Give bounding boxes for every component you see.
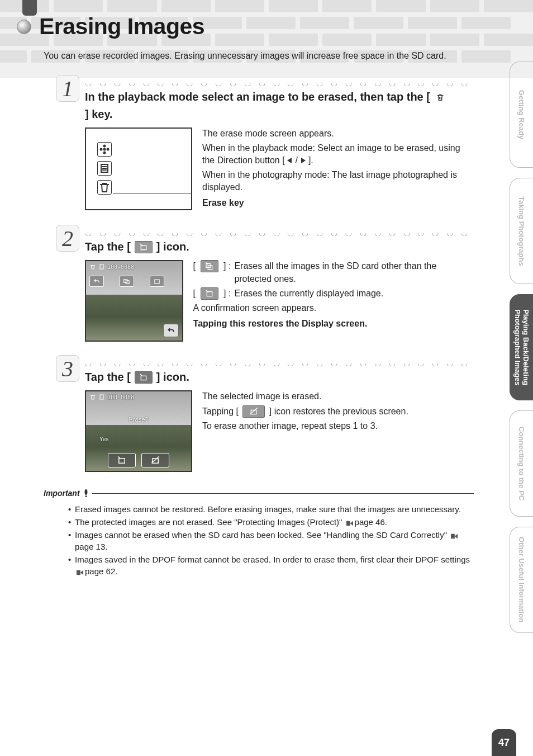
side-tab-taking-photographs[interactable]: Taking Photographs — [510, 178, 533, 284]
leader-line — [113, 193, 192, 193]
figure-playback-screen-2: 100-0088 — [85, 260, 183, 342]
trash-button-icon — [97, 180, 112, 195]
figure-counter: 100-0088 — [107, 264, 134, 270]
step-3-heading-pre: Tap the [ — [85, 370, 131, 385]
step-3: 3 ◡ ◡ ◡ ◡ ◡ ◡ ◡ ◡ ◡ ◡ ◡ ◡ ◡ ◡ ◡ ◡ ◡ ◡ ◡ … — [44, 358, 474, 472]
svg-point-4 — [107, 148, 110, 151]
step-number: 2 — [56, 225, 79, 252]
step-1-description: The erase mode screen appears. When in t… — [202, 127, 474, 211]
svg-rect-20 — [153, 459, 159, 463]
svg-point-3 — [100, 148, 103, 151]
step-number: 1 — [56, 75, 79, 102]
svg-rect-13 — [155, 280, 159, 284]
erase-all-icon — [201, 260, 218, 272]
svg-rect-16 — [207, 291, 212, 296]
erase-single-icon — [201, 287, 218, 300]
trash-small-icon — [89, 263, 96, 270]
desc-line: A confirmation screen appears. — [193, 302, 474, 314]
svg-point-1 — [103, 145, 106, 148]
page-ref-icon — [450, 533, 458, 540]
card-small-icon — [98, 394, 105, 400]
side-tab-other-useful[interactable]: Other Useful Information — [510, 527, 533, 633]
desc-line: When in the photography mode: The last i… — [202, 169, 474, 193]
title-block: Erasing Images — [17, 13, 204, 40]
dotted-rule: ◡ ◡ ◡ ◡ ◡ ◡ ◡ ◡ ◡ ◡ ◡ ◡ ◡ ◡ ◡ ◡ ◡ ◡ ◡ ◡ … — [85, 78, 474, 86]
figure-erase-prompt: Erase? — [86, 416, 191, 423]
step-1-heading: In the playback mode select an image to … — [85, 89, 474, 122]
flower-icon — [97, 142, 112, 157]
return-button — [163, 324, 179, 337]
figure-yes-label: Yes — [99, 436, 108, 442]
svg-rect-17 — [141, 376, 146, 380]
card-small-icon — [98, 263, 105, 270]
svg-point-24 — [84, 489, 87, 495]
important-item: Images cannot be erased when the SD card… — [68, 529, 474, 552]
page-number: 47 — [492, 729, 516, 756]
figure-top-bar: 100-0088 — [89, 394, 134, 400]
step-number: 3 — [56, 355, 79, 382]
erase-confirm-icon — [135, 371, 153, 384]
svg-rect-22 — [251, 410, 256, 414]
figure-mid-icons — [89, 276, 164, 287]
side-tabs: Getting Ready Taking Photographs Playing… — [510, 62, 533, 633]
figure-confirm-screen-3: 100-0088 Erase? Yes — [85, 390, 192, 472]
cancel-erase-icon — [242, 405, 265, 418]
step-3-heading: Tap the [ ] icon. — [85, 370, 474, 385]
content-area: You can erase recorded images. Erasing u… — [44, 49, 474, 578]
bullet-erase-single: [ ] : Erases the currently displayed ima… — [193, 287, 474, 300]
svg-rect-10 — [100, 264, 103, 269]
title-bullet-icon — [17, 20, 31, 34]
step-3-description: The selected image is erased. Tapping [ … — [202, 390, 408, 434]
desc-line: The erase mode screen appears. — [202, 127, 474, 140]
desc-line: Tapping [ ] icon restores the previous s… — [202, 405, 408, 418]
return-small-icon — [89, 276, 104, 287]
important-heading: Important — [44, 489, 474, 498]
svg-point-2 — [103, 152, 106, 154]
step-2-heading-post: ] icon. — [156, 239, 189, 254]
confirm-yes-icon — [108, 453, 136, 467]
trash-small-icon — [89, 394, 96, 400]
figure-top-bar: 100-0088 — [89, 263, 134, 270]
important-item: Images saved in the DPOF format cannot b… — [68, 554, 474, 577]
restore-display-label: Tapping this restores the Display screen… — [193, 318, 474, 330]
important-item: The protected images are not erased. See… — [68, 516, 474, 528]
figure-counter: 100-0088 — [107, 394, 134, 400]
desc-line: When in the playback mode: Select an ima… — [202, 142, 474, 167]
step-1-heading-pre: In the playback mode select an image to … — [85, 89, 430, 105]
side-tab-getting-ready[interactable]: Getting Ready — [510, 62, 533, 168]
desc-line: To erase another image, repeat steps 1 t… — [202, 420, 408, 432]
dotted-rule: ◡ ◡ ◡ ◡ ◡ ◡ ◡ ◡ ◡ ◡ ◡ ◡ ◡ ◡ ◡ ◡ ◡ ◡ ◡ ◡ … — [85, 228, 474, 236]
page-ref-icon — [76, 569, 84, 576]
exclamation-icon — [83, 489, 89, 497]
page-title: Erasing Images — [39, 13, 204, 40]
page-ref-icon — [346, 520, 354, 527]
erase-all-small-icon — [120, 276, 134, 287]
intro-text: You can erase recorded images. Erasing u… — [44, 49, 474, 63]
step-2-heading-pre: Tap the [ — [85, 239, 131, 254]
important-item: Erased images cannot be restored. Before… — [68, 503, 474, 515]
step-2-description: [ ] : Erases all the images in the SD ca… — [193, 260, 474, 332]
step-1-heading-post: ] key. — [85, 107, 113, 122]
figure-confirm-bar — [89, 453, 188, 467]
erase-single-small-icon — [150, 276, 164, 287]
arrow-left-icon — [287, 158, 292, 163]
svg-point-0 — [103, 148, 106, 151]
erase-key-label: Erase key — [202, 197, 474, 209]
important-list: Erased images cannot be restored. Before… — [44, 503, 474, 577]
step-2: 2 ◡ ◡ ◡ ◡ ◡ ◡ ◡ ◡ ◡ ◡ ◡ ◡ ◡ ◡ ◡ ◡ ◡ ◡ ◡ … — [44, 228, 474, 342]
step-3-heading-post: ] icon. — [156, 370, 189, 385]
svg-point-25 — [85, 495, 87, 497]
erase-single-icon — [135, 241, 153, 253]
bullet-erase-all: [ ] : Erases all the images in the SD ca… — [193, 260, 474, 285]
dotted-rule: ◡ ◡ ◡ ◡ ◡ ◡ ◡ ◡ ◡ ◡ ◡ ◡ ◡ ◡ ◡ ◡ ◡ ◡ ◡ ◡ … — [85, 358, 474, 366]
step-2-heading: Tap the [ ] icon. — [85, 239, 474, 254]
desc-line: The selected image is erased. — [202, 390, 408, 403]
side-tab-connecting-pc[interactable]: Connecting to the PC — [510, 410, 533, 517]
svg-rect-9 — [141, 245, 146, 250]
figure-camera-screen-1 — [85, 127, 192, 210]
trash-icon — [434, 92, 446, 102]
svg-rect-18 — [100, 395, 103, 399]
svg-rect-11 — [124, 280, 127, 283]
step-1: 1 ◡ ◡ ◡ ◡ ◡ ◡ ◡ ◡ ◡ ◡ ◡ ◡ ◡ ◡ ◡ ◡ ◡ ◡ ◡ … — [44, 78, 474, 211]
side-tab-playing-back[interactable]: Playing Back/Deleting Photographed Image… — [510, 294, 533, 400]
